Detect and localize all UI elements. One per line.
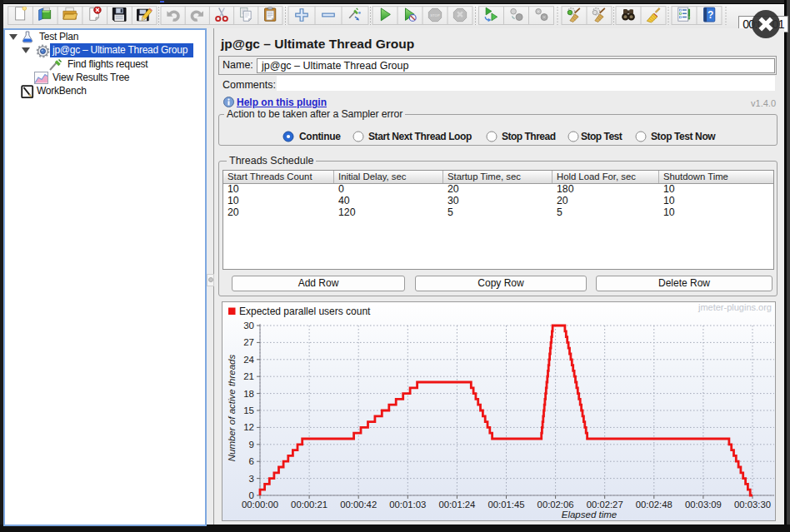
svg-text:jmeter-plugins.org: jmeter-plugins.org [698, 302, 772, 312]
svg-text:00:01:03: 00:01:03 [389, 500, 426, 510]
svg-text:00:00:21: 00:00:21 [291, 500, 328, 510]
svg-text:18: 18 [243, 389, 254, 399]
svg-text:00:03:30: 00:03:30 [734, 500, 771, 510]
svg-text:?: ? [708, 9, 713, 21]
svg-text:3: 3 [249, 474, 254, 484]
svg-text:15: 15 [243, 405, 254, 415]
svg-text:27: 27 [243, 337, 254, 347]
svg-text:30: 30 [243, 321, 254, 331]
svg-text:00:03:09: 00:03:09 [685, 500, 722, 510]
svg-text:00:01:24: 00:01:24 [438, 500, 475, 510]
svg-text:12: 12 [243, 422, 254, 432]
svg-text:00:02:27: 00:02:27 [587, 500, 623, 510]
svg-text:00:02:48: 00:02:48 [636, 500, 672, 510]
svg-text:STOP: STOP [430, 13, 440, 17]
svg-text:Expected parallel users count: Expected parallel users count [239, 306, 371, 317]
svg-text:Elapsed time: Elapsed time [562, 510, 617, 520]
svg-text:00:00:42: 00:00:42 [340, 500, 377, 510]
svg-text:9: 9 [249, 440, 254, 450]
svg-text:00:02:06: 00:02:06 [538, 500, 574, 510]
svg-text:00:00:00: 00:00:00 [242, 500, 278, 510]
svg-text:6: 6 [249, 456, 254, 466]
svg-text:24: 24 [243, 355, 254, 365]
svg-text:21: 21 [243, 371, 254, 381]
svg-text:Number of active threads: Number of active threads [227, 355, 237, 462]
svg-text:00:01:45: 00:01:45 [488, 500, 525, 510]
